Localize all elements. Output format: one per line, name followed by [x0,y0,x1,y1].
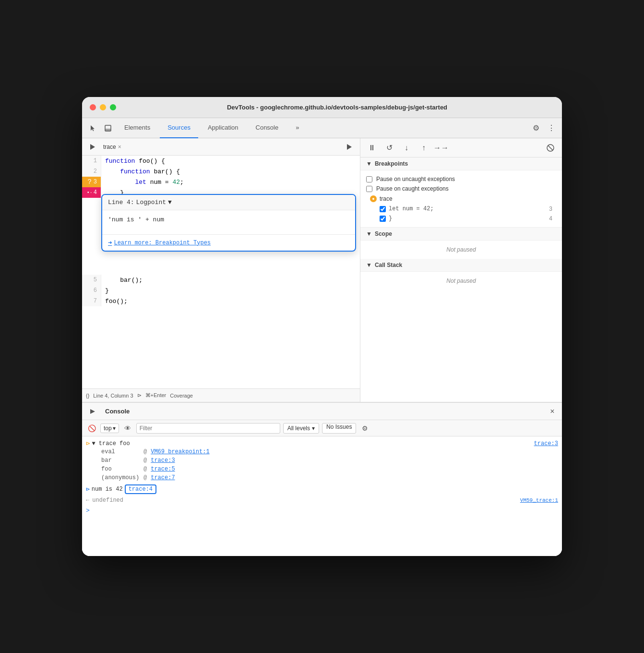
tab-console[interactable]: Console [248,118,286,138]
file-tab-name: trace [103,144,116,150]
pause-uncaught-row: Pause on uncaught exceptions [366,174,556,184]
log-levels-button[interactable]: All levels ▾ [283,423,319,434]
file-tab-close[interactable]: × [118,144,121,150]
step-button[interactable]: →→ [435,142,447,154]
tab-elements[interactable]: Elements [117,118,158,138]
logpoint-type-select[interactable]: Logpoint ▼ [136,199,172,206]
breakpoints-section-header[interactable]: ▼ Breakpoints [360,157,562,170]
scope-section-header[interactable]: ▼ Scope [360,228,562,241]
line-number-7: 7 [82,296,101,306]
learn-more-link[interactable]: ➜ Learn more: Breakpoint Types [108,239,349,247]
logpoint-popup: Line 4: Logpoint ▼ 'num is ' + num [101,194,356,252]
trace-header-link[interactable]: trace:3 [534,440,558,447]
keyword-function-inner: function [120,168,150,175]
coverage-label[interactable]: Coverage [170,393,193,399]
callstack-section-header[interactable]: ▼ Call Stack [360,259,562,272]
line-position: Line 4, Column 3 [93,393,133,399]
pause-button[interactable]: ⏸ [366,142,378,154]
tab-more[interactable]: » [288,118,307,138]
logpoint-line-label: Line 4: [108,199,134,206]
console-settings-icon[interactable]: ⚙ [359,423,370,434]
tab-sources[interactable]: Sources [160,118,198,138]
console-eye-icon[interactable]: 👁 [122,423,133,434]
minimize-button[interactable] [100,104,106,110]
callstack-title: Call Stack [375,262,402,268]
devtools-window: DevTools - googlechrome.github.io/devtoo… [82,97,562,556]
pause-caught-label: Pause on caught exceptions [376,185,449,192]
console-close-button[interactable]: × [547,406,558,417]
debugger-toolbar: ⏸ ↺ ↓ ↑ →→ [360,138,562,157]
close-button[interactable] [90,104,96,110]
no-issues-button[interactable]: No Issues [322,423,356,434]
code-line-1: 1 function foo() { [82,156,360,166]
console-header: Console × [82,403,562,420]
maximize-button[interactable] [110,104,116,110]
console-open-icon[interactable] [86,405,99,418]
bp-item-1-checkbox[interactable] [380,206,386,212]
logpoint-dropdown-arrow: ▼ [168,199,172,206]
tab-application[interactable]: Application [200,118,246,138]
line-content-3[interactable]: let num = 42; [101,177,360,187]
console-prompt[interactable]: > [82,505,562,516]
code-area: 1 function foo() { 2 function bar() { [82,156,360,388]
open-file-icon[interactable] [86,140,99,154]
scope-title: Scope [375,230,392,237]
deactivate-breakpoints-icon[interactable] [545,142,556,154]
line-content-6[interactable]: } [101,285,360,296]
console-toolbar: 🚫 top ▾ 👁 All levels ▾ No Issues ⚙ [82,420,562,436]
context-selector[interactable]: top ▾ [100,423,119,433]
pause-uncaught-checkbox[interactable] [366,176,372,182]
cursor-icon[interactable] [86,121,99,135]
line-content-1[interactable]: function foo() { [101,156,360,166]
trace-result-link[interactable]: trace:4 [125,484,156,494]
logpoint-footer: ➜ Learn more: Breakpoint Types [102,234,355,251]
logpoint-input[interactable]: 'num is ' + num [102,210,355,234]
top-nav: Elements Sources Application Console » ⚙… [82,118,562,138]
line-number-4[interactable]: •·4 [82,187,101,198]
bp-item-2: } 4 [366,214,556,223]
line-content-7[interactable]: foo(); [101,296,360,306]
format-icon[interactable] [343,140,356,154]
trace-header[interactable]: ⊳ ▼ trace foo trace:3 [86,439,558,447]
dock-icon[interactable] [101,121,115,135]
bp-item-1-code: let num = 42; [389,206,546,212]
line-content-2[interactable]: function bar() { [101,166,360,177]
trace-link-eval[interactable]: VM69_breakpoint:1 [151,448,209,455]
line-number-3[interactable]: ?3 [82,177,101,187]
svg-marker-3 [347,144,352,150]
line-content-5[interactable]: bar(); [101,275,360,285]
line-number-2: 2 [82,166,101,177]
trace-item-eval: eval @ VM69_breakpoint:1 [86,447,558,456]
callstack-chevron: ▼ [366,262,372,268]
trace-item-anon: (anonymous) @ trace:7 [86,473,558,482]
console-title: Console [105,408,130,415]
more-options-icon[interactable]: ⋮ [545,121,558,135]
bp-item-2-checkbox[interactable] [380,216,386,222]
main-split: trace × [82,138,562,402]
undefined-link[interactable]: VM59_trace:1 [520,497,558,503]
step-into-button[interactable]: ↓ [401,142,412,154]
step-out-button[interactable]: ↑ [418,142,429,154]
debugger-panel: ⏸ ↺ ↓ ↑ →→ ▼ [360,138,562,402]
step-over-button[interactable]: ↺ [383,142,395,154]
trace-link-foo[interactable]: trace:5 [151,466,175,472]
bp-item-2-line: 4 [549,215,552,222]
file-tab[interactable]: trace × [99,143,125,151]
braces-icon[interactable]: {} [86,393,89,399]
trace-link-bar[interactable]: trace:3 [151,457,175,464]
trace-at-0: @ [143,448,147,455]
pause-caught-checkbox[interactable] [366,186,372,192]
keyword-function: function [105,157,135,165]
trace-link-anon[interactable]: trace:7 [151,474,175,481]
run-icon[interactable]: ⊳ [137,392,142,399]
line-number-5: 5 [82,275,101,285]
settings-icon[interactable]: ⚙ [529,121,543,135]
console-clear-icon[interactable]: 🚫 [86,423,97,434]
console-content: ⊳ ▼ trace foo trace:3 eval @ VM69_breakp… [82,436,562,556]
code-line-3: ?3 let num = 42; [82,177,360,187]
console-filter-input[interactable] [136,423,280,434]
console-panel: Console × 🚫 top ▾ 👁 All levels ▾ No Issu… [82,402,562,556]
bp-file-name[interactable]: trace [380,195,393,202]
trace-at-3: @ [143,474,147,481]
undefined-entry: ← undefined VM59_trace:1 [82,496,562,505]
